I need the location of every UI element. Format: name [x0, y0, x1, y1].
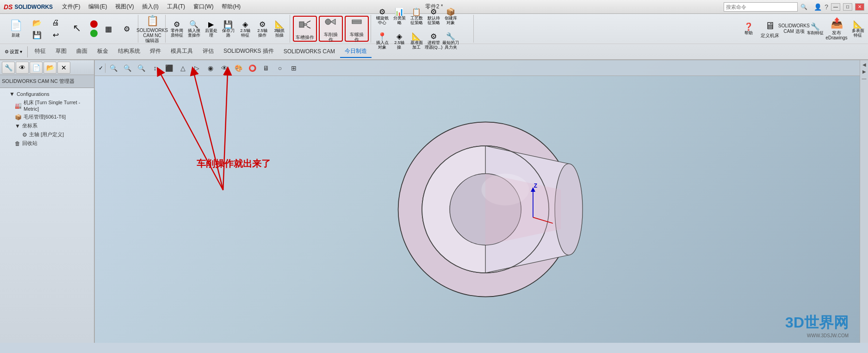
vp-divider	[105, 63, 105, 73]
menu-edit[interactable]: 编辑(E)	[85, 2, 111, 12]
undo-button[interactable]: ↩	[47, 29, 64, 40]
part-features-button[interactable]: ⚙ 零件周质特征	[168, 17, 185, 41]
vp-circle-button[interactable]: ◉	[205, 63, 217, 74]
minimize-button[interactable]: —	[831, 3, 840, 11]
vp-ring-button[interactable]: ⭕	[246, 63, 258, 74]
tree-item-configurations[interactable]: ▼ Configurations	[2, 90, 92, 98]
maximize-button[interactable]: □	[843, 3, 852, 11]
close-button[interactable]: ✕	[855, 3, 864, 11]
tab-structure[interactable]: 结构系统	[113, 45, 145, 58]
tab-sheet-metal[interactable]: 板金	[93, 45, 113, 58]
tree-item-spindle[interactable]: ⚙ 主轴 [用户定义]	[2, 130, 92, 139]
vp-monitor-button[interactable]: 🖥	[260, 63, 272, 74]
tab-sw-plugins[interactable]: SOLIDWORKS 插件	[219, 45, 279, 58]
menu-view[interactable]: 视图(V)	[112, 2, 137, 12]
create-lib-button[interactable]: 📦 创建库对象	[442, 5, 459, 29]
search-input[interactable]	[724, 2, 798, 12]
tree-item-machine[interactable]: 🏭 机床 [Turn Single Turret - Metric]	[2, 98, 92, 113]
panel-minimize-button[interactable]: —	[862, 76, 867, 81]
vp-zoom-in-button[interactable]: 🔍	[107, 63, 119, 74]
tab-evaluate[interactable]: 评估	[198, 45, 218, 58]
panel-btn5[interactable]: ✕	[57, 62, 70, 74]
panel-btn2[interactable]: 👁	[16, 62, 29, 74]
tab-surface[interactable]: 曲面	[72, 45, 92, 58]
process-num-button[interactable]: 📋 工艺数征策略	[408, 5, 425, 29]
turn-feature-button[interactable]: 🔧 车削特征	[807, 17, 824, 41]
define-machine-button[interactable]: 🖥 定义机床	[759, 16, 781, 42]
open-button[interactable]: 📂	[29, 17, 45, 28]
settings-button[interactable]: ⚙ 设置 ▾	[2, 45, 25, 58]
tab-mold-tools[interactable]: 模具工具	[166, 45, 198, 58]
menu-window[interactable]: 窗口(W)	[190, 2, 217, 12]
settings-small-button[interactable]: ⚙	[118, 17, 135, 41]
vp-circle2-button[interactable]: ○	[274, 63, 286, 74]
panel-btn1[interactable]: 🔧	[2, 62, 15, 74]
cam-nc-editor-button[interactable]: 📋 SOLIDWORKSCAM NC编辑器	[141, 16, 163, 42]
tab-weld[interactable]: 焊件	[145, 45, 166, 58]
classify-button[interactable]: 📊 分类策略	[391, 5, 408, 29]
datum-button[interactable]: 📐 基准面加工	[408, 29, 425, 53]
menu-tools[interactable]: 工具(T)	[163, 2, 189, 12]
turn-thread-button[interactable]: 车螺操作	[345, 16, 369, 42]
print-button[interactable]: 🖨	[47, 17, 64, 28]
turn-cut-label: 车削操作	[324, 32, 338, 42]
tab-sketch[interactable]: 草图	[51, 45, 71, 58]
process-mgr-button[interactable]: ⚙ 进程管理器(Q...)	[425, 29, 442, 53]
tree-item-coordinate[interactable]: ▼ 坐标系	[2, 121, 92, 130]
turn-groove-button[interactable]: 车槽操作	[293, 16, 317, 42]
tree-item-recycle[interactable]: 🗑 回收站	[2, 139, 92, 148]
turn-cut-button[interactable]: 车削操作	[319, 16, 343, 42]
menu-help[interactable]: 帮助(H)	[218, 2, 244, 12]
edrawings-icon: 📤	[831, 17, 843, 29]
panel-btn4[interactable]: 📂	[43, 62, 56, 74]
vp-arrow-button[interactable]: ▷	[191, 63, 203, 74]
turn-operations-section: 车槽操作 车削操作 车	[291, 15, 371, 43]
vp-zoom-out-button[interactable]: 🔍	[121, 63, 133, 74]
vp-grid-button[interactable]: ⊞	[288, 63, 300, 74]
panel-expand-button[interactable]: ▶	[862, 69, 866, 74]
turn-thread-icon	[350, 15, 363, 31]
insert-point-button[interactable]: 📍 插入点对象	[374, 29, 391, 53]
vp-zoom-fit-button[interactable]: 🔍	[135, 63, 147, 74]
multi-surface-button[interactable]: 📐 多表面特征	[849, 17, 866, 41]
default-strategy-button[interactable]: ⚙ 默认待征策略	[425, 5, 442, 29]
machine-label: 机床 [Turn Single Turret - Metric]	[24, 99, 92, 112]
edrawings-button[interactable]: 📤 发布eDrawings	[825, 16, 848, 42]
panel-btn3[interactable]: 📄	[30, 62, 43, 74]
vp-eye-button[interactable]: 👁	[218, 63, 230, 74]
vp-box-button[interactable]: ⬛	[163, 63, 175, 74]
machine-icon: 🏭	[15, 102, 22, 109]
vp-triangle-button[interactable]: △	[177, 63, 189, 74]
menu-insert[interactable]: 插入(I)	[138, 2, 162, 12]
axis25-features-button[interactable]: ◈ 2.5轴特征	[237, 17, 254, 41]
svg-rect-4	[325, 19, 331, 25]
help-icon[interactable]: ?	[825, 3, 828, 11]
vp-rotate-button[interactable]: ↕	[149, 63, 161, 74]
axis3-snap-button[interactable]: 📐 3轴抓拍操	[271, 17, 288, 41]
tree-item-stock[interactable]: 📦 毛坯管理[6061-T6]	[2, 113, 92, 121]
shortest-tool-button[interactable]: 🔧 最短的刀具力夹	[442, 29, 459, 53]
select-button[interactable]: ↖	[66, 16, 88, 42]
tab-solidworks-cam[interactable]: SOLIDWORKS CAM	[279, 46, 340, 57]
axis25-ops-button[interactable]: ⚙ 2.5轴操作	[254, 17, 271, 41]
tab-today-manufacturing[interactable]: 今日制造	[340, 45, 372, 58]
save-path-button[interactable]: 💾 保存刀路	[220, 17, 236, 41]
tab-features[interactable]: 特征	[30, 45, 50, 58]
spiral-mill-button[interactable]: ⚙ 螺旋铣中心	[374, 5, 391, 29]
turn-groove-icon	[298, 18, 311, 34]
panel-collapse-button[interactable]: ◀	[862, 62, 866, 67]
svg-rect-6	[352, 20, 361, 24]
axis25-2-button[interactable]: ◈ 2.5轴操	[391, 29, 408, 53]
settings-icon: ⚙	[124, 25, 130, 33]
help-button[interactable]: ❓ 帮助	[740, 17, 757, 41]
post-process-button[interactable]: ▶ 后置处理	[203, 17, 219, 41]
save-icon: 💾	[32, 31, 42, 39]
cam-options-button[interactable]: SOLIDWORKS CAM 选项	[783, 16, 805, 42]
vp-color-button[interactable]: 🎨	[232, 63, 244, 74]
insert-search-button[interactable]: 🔍 插入搜查操作	[186, 17, 202, 41]
grid-button[interactable]: ▦	[100, 17, 117, 41]
new-file-button[interactable]: 📄 新建	[5, 16, 27, 42]
menu-file[interactable]: 文件(F)	[58, 2, 84, 12]
svg-rect-1	[304, 24, 307, 25]
save-button[interactable]: 💾	[29, 29, 45, 40]
